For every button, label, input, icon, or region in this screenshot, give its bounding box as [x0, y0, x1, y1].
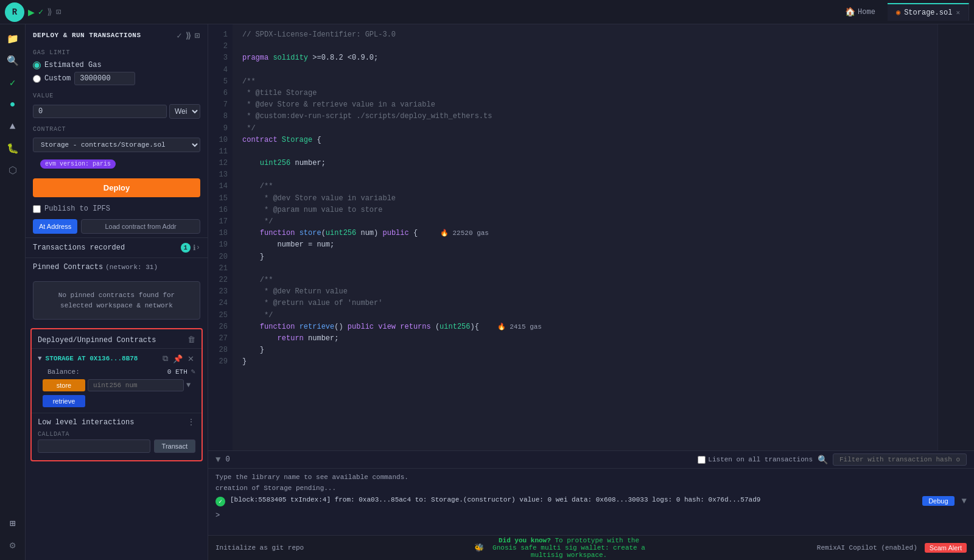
bottom-toolbar: ▼ 0 Listen on all transactions 🔍 — [208, 451, 974, 469]
estimated-gas-radio[interactable] — [33, 61, 41, 69]
did-you-know-text: Did you know? To prototype with the Gnos… — [491, 537, 647, 559]
value-input[interactable] — [33, 105, 167, 118]
sidebar-item-search[interactable]: 🔍 — [3, 51, 23, 71]
code-content[interactable]: // SPDX-License-Identifier: GPL-3.0 prag… — [233, 24, 937, 450]
collapse-button[interactable]: ▼ — [215, 455, 220, 464]
publish-ipfs-checkbox[interactable] — [33, 205, 41, 213]
sidebar-item-debug[interactable]: 🐛 — [3, 139, 23, 158]
contract-item: ▼ STORAGE AT 0X136...8B78 ⧉ 📌 ✕ Balance:… — [32, 348, 201, 413]
home-tab[interactable]: 🏠 Home — [838, 4, 883, 19]
custom-gas-option[interactable]: Custom — [33, 72, 200, 85]
console-output: Type the library name to see available c… — [208, 469, 974, 535]
remixai-status: RemixAI Copilot (enabled) — [817, 544, 917, 551]
console-success-row: ✓ [block:5583405 txIndex:4] from: 0xa03.… — [215, 494, 967, 509]
tab-close-icon[interactable]: ✕ — [956, 9, 960, 16]
code-line-4 — [242, 65, 928, 76]
more-options-icon[interactable]: ⋮ — [187, 417, 195, 427]
sidebar-item-deploy[interactable]: ● — [3, 95, 23, 114]
code-line-10: contract Storage { — [242, 135, 928, 146]
console-prompt: > — [215, 509, 967, 522]
code-line-17: */ — [242, 216, 928, 228]
code-line-5: /** — [242, 76, 928, 88]
low-level-header: Low level interactions ⋮ — [32, 413, 201, 431]
transactions-header[interactable]: Transactions recorded 1 ℹ › — [26, 237, 208, 257]
custom-gas-input[interactable] — [74, 72, 135, 85]
console-search-icon[interactable]: 🔍 — [818, 455, 828, 465]
trash-icon[interactable]: 🗑 — [187, 335, 195, 345]
calldata-label: CALLDATA — [32, 431, 201, 439]
load-contract-button[interactable]: Load contract from Addr — [81, 219, 200, 234]
panel-forward-icon[interactable]: ⟫ — [186, 30, 191, 41]
scam-alert-button[interactable]: Scam Alert — [925, 543, 967, 553]
filter-input[interactable] — [833, 453, 967, 466]
retrieve-function-row: retrieve — [38, 393, 195, 409]
retrieve-function-button[interactable]: retrieve — [43, 395, 85, 407]
code-line-21 — [242, 263, 928, 275]
code-line-23: * @dev Return value — [242, 286, 928, 298]
no-pinned-box: No pinned contracts found for selected w… — [33, 281, 200, 320]
store-param-input[interactable] — [88, 379, 184, 391]
edit-balance-icon[interactable]: ✎ — [191, 367, 195, 376]
remove-contract-button[interactable]: ✕ — [186, 353, 195, 365]
code-line-26: function retrieve() public view returns … — [242, 321, 928, 333]
contract-select[interactable]: Storage - contracts/Storage.sol — [33, 138, 200, 152]
code-line-8: * @custom:dev-run-script ./scripts/deplo… — [242, 111, 928, 122]
gas-limit-options: Estimated Gas Custom — [26, 58, 208, 88]
code-line-13 — [242, 169, 928, 181]
debug-button[interactable]: Debug — [922, 496, 954, 506]
code-line-9: */ — [242, 123, 928, 135]
listen-checkbox[interactable] — [698, 456, 706, 464]
deploy-button[interactable]: Deploy — [33, 178, 200, 197]
at-address-row: At Address Load contract from Addr — [26, 215, 208, 237]
sidebar-item-test[interactable]: ⬡ — [3, 161, 23, 180]
pinned-contracts-header: Pinned Contracts (network: 31) — [26, 257, 208, 276]
code-line-6: * @title Storage — [242, 88, 928, 99]
custom-gas-radio[interactable] — [33, 75, 41, 83]
copy-address-button[interactable]: ⧉ — [161, 352, 169, 365]
code-line-14: /** — [242, 181, 928, 192]
pin-contract-button[interactable]: 📌 — [172, 353, 184, 365]
store-chevron-icon[interactable]: ▼ — [186, 381, 191, 390]
transact-button[interactable]: Transact — [154, 439, 195, 453]
sidebar-item-settings[interactable]: ⚙ — [3, 536, 23, 555]
expand-tx-icon[interactable]: ▼ — [962, 496, 967, 506]
editor-area: 12345 678910 1112131415 1617181920 21222… — [208, 24, 974, 560]
code-line-27: return number; — [242, 333, 928, 345]
code-line-28: } — [242, 345, 928, 356]
value-section: Wei — [26, 102, 208, 121]
wei-select[interactable]: Wei — [169, 104, 200, 119]
sidebar-item-run[interactable]: ▲ — [3, 117, 23, 136]
panel-window-icon[interactable]: ⊡ — [195, 30, 200, 41]
gas-limit-label: GAS LIMIT — [26, 44, 208, 58]
deployed-contracts-section: Deployed/Unpinned Contracts 🗑 ▼ STORAGE … — [30, 328, 203, 461]
file-tab-icon: ◉ — [896, 8, 900, 17]
calldata-input[interactable] — [38, 439, 150, 453]
line-numbers: 12345 678910 1112131415 1617181920 21222… — [208, 24, 233, 450]
code-line-18: function store(uint256 num) public { 🔥 2… — [242, 228, 928, 239]
evm-badge: evm version: paris — [40, 159, 116, 169]
store-function-button[interactable]: store — [43, 379, 85, 391]
forward-icon[interactable]: ⟫ — [47, 7, 52, 17]
deploy-panel: DEPLOY & RUN TRANSACTIONS ✓ ⟫ ⊡ GAS LIMI… — [26, 24, 208, 560]
code-line-24: * @return value of 'number' — [242, 298, 928, 309]
code-line-19: number = num; — [242, 239, 928, 251]
code-line-16: * @param num value to store — [242, 205, 928, 216]
contract-chevron-icon[interactable]: ▼ — [38, 355, 42, 362]
code-line-29: } — [242, 356, 928, 368]
window-icon[interactable]: ⊡ — [56, 7, 61, 17]
panel-check-icon[interactable]: ✓ — [177, 30, 182, 41]
panel-header: DEPLOY & RUN TRANSACTIONS ✓ ⟫ ⊡ — [26, 24, 208, 44]
home-icon: 🏠 — [845, 7, 855, 17]
check-icon: ✓ — [38, 7, 43, 17]
at-address-button[interactable]: At Address — [33, 219, 77, 234]
estimated-gas-option[interactable]: Estimated Gas — [33, 61, 200, 69]
sidebar-item-bottom[interactable]: ⊞ — [3, 514, 23, 533]
git-status[interactable]: Initialize as git repo — [215, 544, 304, 551]
value-label: VALUE — [26, 88, 208, 102]
play-button[interactable]: ▶ — [28, 5, 35, 19]
code-line-1: // SPDX-License-Identifier: GPL-3.0 — [242, 29, 928, 41]
sidebar-item-git[interactable]: ✓ — [3, 73, 23, 93]
status-bar: Initialize as git repo 🐝 Did you know? T… — [208, 535, 974, 560]
storage-tab[interactable]: ◉ Storage.sol ✕ — [888, 3, 969, 21]
sidebar-item-files[interactable]: 📁 — [3, 29, 23, 49]
